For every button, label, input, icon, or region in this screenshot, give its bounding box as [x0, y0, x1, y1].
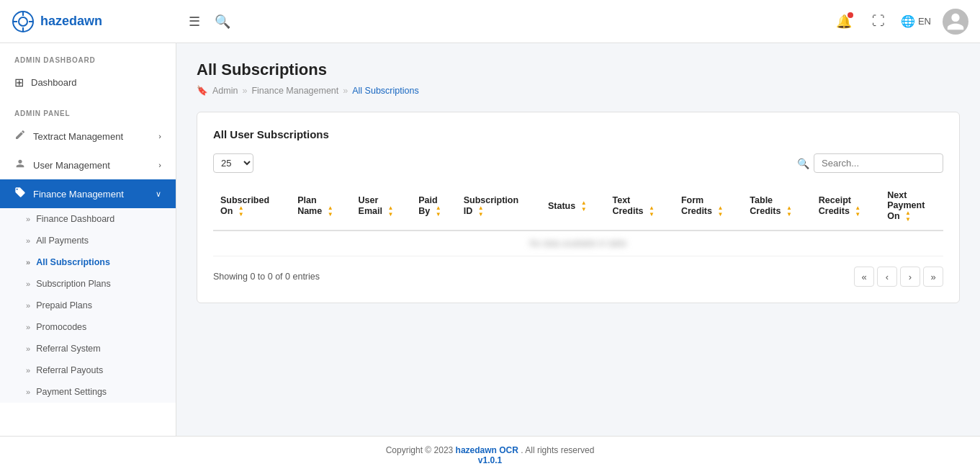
topbar-icons: ☰ 🔍 [184, 9, 235, 34]
user-avatar-icon [945, 12, 966, 32]
footer-brand-link[interactable]: hazedawn OCR [456, 445, 518, 455]
topbar-left: hazedawn ☰ 🔍 [12, 9, 235, 34]
main-layout: ADMIN DASHBOARD ⊞ Dashboard ADMIN PANEL … [0, 43, 980, 436]
sort-form-credits: ▲▼ [717, 205, 723, 218]
search-button[interactable]: 🔍 [210, 9, 235, 34]
pagination-last[interactable]: » [923, 267, 943, 287]
submenu-all-subscriptions[interactable]: All Subscriptions [0, 251, 176, 273]
pagination-next[interactable]: › [900, 267, 920, 287]
footer-version-link[interactable]: v1.0.1 [478, 455, 502, 465]
footer-text: Copyright © 2023 [386, 445, 456, 455]
entries-select: 10 25 50 100 [213, 153, 253, 173]
avatar[interactable] [943, 9, 968, 35]
sidebar-item-user-label: User Management [33, 160, 151, 171]
col-receipt-credits[interactable]: ReceiptCredits ▲▼ [812, 183, 880, 231]
sort-receipt-credits: ▲▼ [855, 205, 860, 218]
search-input[interactable] [814, 153, 943, 173]
col-status[interactable]: Status ▲▼ [541, 183, 606, 231]
language-label: EN [918, 16, 931, 27]
sidebar-item-textract[interactable]: Textract Management › [0, 122, 176, 151]
sort-status: ▲▼ [581, 200, 587, 213]
fullscreen-icon: ⛶ [872, 14, 885, 28]
breadcrumb: 🔖 Admin » Finance Management » All Subsc… [197, 85, 960, 96]
col-paid-by[interactable]: PaidBy ▲▼ [411, 183, 456, 231]
col-user-email[interactable]: UserEmail ▲▼ [351, 183, 412, 231]
table-body: No data available in table [213, 231, 943, 256]
breadcrumb-current: All Subscriptions [352, 86, 418, 96]
sidebar-item-finance-label: Finance Management [33, 189, 148, 200]
textract-icon [14, 129, 26, 143]
breadcrumb-sep-1: » [242, 86, 247, 96]
table-wrapper: SubscribedOn ▲▼ PlanName ▲▼ UserEmail ▲▼ [213, 183, 943, 256]
subscriptions-table: SubscribedOn ▲▼ PlanName ▲▼ UserEmail ▲▼ [213, 183, 943, 256]
sidebar-item-finance-management[interactable]: Finance Management ∨ [0, 179, 176, 208]
table-controls: 10 25 50 100 🔍 [213, 153, 943, 173]
submenu-referral-payouts[interactable]: Referral Payouts [0, 359, 176, 381]
page-title: All Subscriptions [197, 61, 960, 79]
col-form-credits[interactable]: FormCredits ▲▼ [674, 183, 742, 231]
textract-chevron-icon: › [158, 132, 161, 140]
topbar-right: 🔔 ⛶ 🌐 EN [832, 9, 968, 35]
breadcrumb-admin[interactable]: Admin [212, 86, 238, 96]
entries-dropdown[interactable]: 10 25 50 100 [213, 153, 253, 173]
user-chevron-icon: › [158, 161, 161, 169]
subscriptions-card: All User Subscriptions 10 25 50 100 🔍 [197, 112, 960, 303]
notification-button[interactable]: 🔔 [832, 9, 856, 34]
col-subscription-id[interactable]: SubscriptionID ▲▼ [457, 183, 541, 231]
submenu-prepaid-plans[interactable]: Prepaid Plans [0, 295, 176, 316]
sidebar-item-user-management[interactable]: User Management › [0, 151, 176, 179]
submenu-all-payments[interactable]: All Payments [0, 230, 176, 251]
submenu-referral-system[interactable]: Referral System [0, 338, 176, 359]
sort-plan-name: ▲▼ [328, 205, 333, 218]
svg-point-1 [19, 17, 27, 26]
blurred-data-row: No data available in table [213, 231, 943, 256]
sort-table-credits: ▲▼ [786, 205, 792, 218]
sort-user-email: ▲▼ [387, 205, 393, 218]
col-subscribed-on[interactable]: SubscribedOn ▲▼ [213, 183, 290, 231]
sidebar-item-dashboard[interactable]: ⊞ Dashboard [0, 68, 176, 97]
finance-chevron-icon: ∨ [156, 189, 161, 199]
col-next-payment[interactable]: NextPaymentOn ▲▼ [880, 183, 943, 231]
submenu-subscription-plans[interactable]: Subscription Plans [0, 273, 176, 295]
sidebar-item-textract-label: Textract Management [33, 131, 151, 142]
breadcrumb-admin-icon: 🔖 [197, 85, 208, 96]
logo-area: hazedawn [12, 10, 170, 33]
menu-toggle-button[interactable]: ☰ [184, 9, 204, 34]
topbar: hazedawn ☰ 🔍 🔔 ⛶ 🌐 EN [0, 0, 980, 43]
main-content: All Subscriptions 🔖 Admin » Finance Mana… [176, 43, 980, 436]
sidebar: ADMIN DASHBOARD ⊞ Dashboard ADMIN PANEL … [0, 43, 176, 436]
finance-icon [14, 187, 26, 201]
submenu-finance-dashboard[interactable]: Finance Dashboard [0, 208, 176, 230]
pagination-prev[interactable]: ‹ [877, 267, 897, 287]
fullscreen-button[interactable]: ⛶ [868, 9, 889, 33]
sort-next-payment: ▲▼ [905, 210, 911, 223]
pagination: « ‹ › » [854, 267, 943, 287]
globe-icon: 🌐 [901, 14, 915, 28]
sidebar-section-admin-dashboard: ADMIN DASHBOARD [0, 43, 176, 68]
sort-subscription-id: ▲▼ [478, 205, 484, 218]
blurred-content: No data available in table [530, 238, 627, 249]
col-table-credits[interactable]: TableCredits ▲▼ [742, 183, 811, 231]
col-text-credits[interactable]: TextCredits ▲▼ [605, 183, 673, 231]
submenu-payment-settings[interactable]: Payment Settings [0, 381, 176, 403]
breadcrumb-finance[interactable]: Finance Management [251, 86, 338, 96]
dashboard-icon: ⊞ [14, 76, 24, 89]
card-title: All User Subscriptions [213, 128, 943, 140]
menu-icon: ☰ [189, 14, 200, 30]
sort-subscribed-on: ▲▼ [238, 205, 244, 218]
search-icon: 🔍 [215, 14, 230, 30]
user-management-icon [14, 158, 26, 172]
table-head: SubscribedOn ▲▼ PlanName ▲▼ UserEmail ▲▼ [213, 183, 943, 231]
language-button[interactable]: 🌐 EN [901, 14, 931, 28]
col-plan-name[interactable]: PlanName ▲▼ [290, 183, 351, 231]
table-footer: Showing 0 to 0 of 0 entries « ‹ › » [213, 267, 943, 287]
table-search-icon: 🔍 [797, 158, 809, 169]
search-box: 🔍 [797, 153, 943, 173]
table-header-row: SubscribedOn ▲▼ PlanName ▲▼ UserEmail ▲▼ [213, 183, 943, 231]
footer: Copyright © 2023 hazedawn OCR . All righ… [0, 436, 980, 474]
showing-text: Showing 0 to 0 of 0 entries [213, 272, 320, 282]
submenu-promocodes[interactable]: Promocodes [0, 316, 176, 338]
notification-dot [848, 12, 853, 18]
pagination-first[interactable]: « [854, 267, 874, 287]
finance-submenu: Finance Dashboard All Payments All Subsc… [0, 208, 176, 403]
